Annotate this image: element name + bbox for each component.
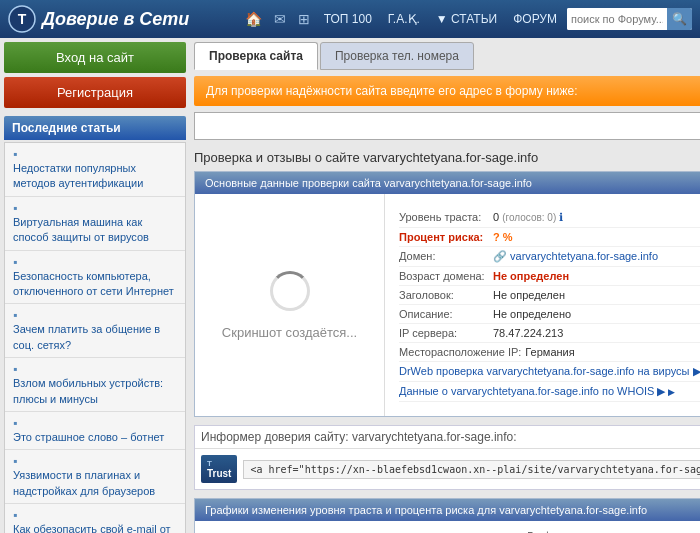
informer-section: Информер доверия сайту: varvarychtetyana…	[194, 425, 700, 490]
article-link[interactable]: Безопасность компьютера, отключенного от…	[13, 269, 177, 300]
list-item[interactable]: Недостатки популярных методов аутентифик…	[5, 143, 185, 197]
drweb-link[interactable]: DrWeb проверка varvarychtetyana.for-sage…	[399, 365, 700, 378]
percent-risk-value: ? %	[493, 231, 513, 243]
list-item[interactable]: Зачем платить за общение в соц. сетях?	[5, 304, 185, 358]
domain-row: Домен: 🔗 varvarychtetyana.for-sage.info	[399, 247, 700, 267]
info-panel: Уровень траста: 0 (голосов: 0) ℹ Процент…	[385, 194, 700, 416]
percent-risk-label: Процент риска:	[399, 231, 489, 243]
info-bar: Для проверки надёжности сайта введите ег…	[194, 76, 700, 106]
list-item[interactable]: Безопасность компьютера, отключенного от…	[5, 251, 185, 305]
drweb-link-row[interactable]: DrWeb проверка varvarychtetyana.for-sage…	[399, 362, 700, 382]
ip-label: IP сервера:	[399, 327, 489, 339]
recent-articles-title: Последние статьи	[4, 116, 186, 140]
informer-code[interactable]: <a href="https://xn--blaefebsd1cwaon.xn-…	[243, 460, 700, 479]
list-item[interactable]: Это страшное слово – ботнет	[5, 412, 185, 450]
list-item[interactable]: Уязвимости в плагинах и надстройках для …	[5, 450, 185, 504]
domain-label: Домен:	[399, 250, 489, 262]
percent-risk-row: Процент риска: ? %	[399, 228, 700, 247]
search-button[interactable]: 🔍	[667, 8, 692, 30]
header-value: Не определен	[493, 289, 565, 301]
trust-level-row: Уровень траста: 0 (голосов: 0) ℹ	[399, 208, 700, 228]
graph-content: График изменения уровня траста для varva…	[195, 521, 700, 533]
article-link[interactable]: Взлом мобильных устройств: плюсы и минус…	[13, 376, 177, 407]
logo-icon: Т	[8, 5, 36, 33]
article-link[interactable]: Зачем платить за общение в соц. сетях?	[13, 322, 177, 353]
header-label: Заголовок:	[399, 289, 489, 301]
logo-area: Т Доверие в Сети	[8, 5, 231, 33]
graph-title: Графики изменения уровня траста и процен…	[195, 499, 700, 521]
nav-links: 🏠 ✉ ⊞ ТОП 100 Г.А.Қ. ▼ СТАТЬИ ФОРУМ 🔍	[241, 8, 692, 30]
article-link[interactable]: Как обезопасить свой e-mail от взлома?	[13, 522, 177, 533]
location-row: Месторасположение IP: Германия	[399, 343, 700, 362]
article-link[interactable]: Недостатки популярных методов аутентифик…	[13, 161, 177, 192]
age-row: Возраст домена: Не определен	[399, 267, 700, 286]
home-icon[interactable]: 🏠	[241, 11, 266, 27]
article-link[interactable]: Уязвимости в плагинах и надстройках для …	[13, 468, 177, 499]
informer-logo: Т Trust	[201, 455, 237, 483]
screenshot-area: Скриншот создаётся...	[195, 194, 385, 416]
svg-text:Т: Т	[18, 11, 27, 27]
informer-title: Информер доверия сайту: varvarychtetyana…	[195, 426, 700, 449]
search-input[interactable]	[567, 8, 667, 30]
whois-link-row[interactable]: Данные о varvarychtetyana.for-sage.info …	[399, 382, 700, 402]
informer-content: Т Trust <a href="https://xn--blaefebsd1c…	[195, 449, 700, 489]
location-value: Германия	[525, 346, 574, 358]
url-input-area: ПРОВЕРКА САЙТА	[194, 112, 700, 140]
register-button[interactable]: Регистрация	[4, 77, 186, 108]
articles-list: Недостатки популярных методов аутентифик…	[4, 142, 186, 533]
tab-check-phone[interactable]: Проверка тел. номера	[320, 42, 474, 70]
info-table: Уровень траста: 0 (голосов: 0) ℹ Процент…	[391, 200, 700, 410]
email-icon[interactable]: ✉	[270, 11, 290, 27]
age-label: Возраст домена:	[399, 270, 489, 282]
loading-spinner	[270, 271, 310, 311]
articles-link[interactable]: ▼ СТАТЬИ	[430, 12, 503, 26]
domain-value: 🔗 varvarychtetyana.for-sage.info	[493, 250, 658, 263]
graph-section: Графики изменения уровня траста и процен…	[194, 498, 700, 533]
faq-link[interactable]: Г.А.Қ.	[382, 12, 426, 26]
article-link[interactable]: Это страшное слово – ботнет	[13, 430, 177, 445]
description-label: Описание:	[399, 308, 489, 320]
content-area: Проверка сайта Проверка тел. номера Для …	[190, 38, 700, 533]
search-box: 🔍	[567, 8, 692, 30]
trust-level-label: Уровень траста:	[399, 211, 489, 223]
top-navigation: Т Доверие в Сети 🏠 ✉ ⊞ ТОП 100 Г.А.Қ. ▼ …	[0, 0, 700, 38]
url-input[interactable]	[194, 112, 700, 140]
grid-icon[interactable]: ⊞	[294, 11, 314, 27]
tabs: Проверка сайта Проверка тел. номера	[194, 42, 700, 70]
list-item[interactable]: Как обезопасить свой e-mail от взлома?	[5, 504, 185, 533]
top100-link[interactable]: ТОП 100	[318, 12, 378, 26]
list-item[interactable]: Взлом мобильных устройств: плюсы и минус…	[5, 358, 185, 412]
description-row: Описание: Не определено	[399, 305, 700, 324]
result-label: Проверка и отзывы о сайте varvarychtetya…	[194, 150, 700, 165]
sidebar: Вход на сайт Регистрация Последние стать…	[0, 38, 190, 533]
header-row: Заголовок: Не определен	[399, 286, 700, 305]
site-title: Доверие в Сети	[42, 9, 189, 30]
data-box-title: Основные данные проверки сайта varvarych…	[195, 172, 700, 194]
list-item[interactable]: Виртуальная машина как способ защиты от …	[5, 197, 185, 251]
ip-row: IP сервера: 78.47.224.213	[399, 324, 700, 343]
description-value: Не определено	[493, 308, 571, 320]
data-box-content: Скриншот создаётся... Уровень траста: 0 …	[195, 194, 700, 416]
article-link[interactable]: Виртуальная машина как способ защиты от …	[13, 215, 177, 246]
trust-level-value: 0 (голосов: 0) ℹ	[493, 211, 563, 224]
trust-row: Уровень траста: 0 (голосов: 0) ℹ Процент…	[391, 200, 700, 410]
data-box: Основные данные проверки сайта varvarych…	[194, 171, 700, 417]
age-value: Не определен	[493, 270, 569, 282]
tab-check-site[interactable]: Проверка сайта	[194, 42, 318, 70]
main-layout: Вход на сайт Регистрация Последние стать…	[0, 38, 700, 533]
login-button[interactable]: Вход на сайт	[4, 42, 186, 73]
ip-value: 78.47.224.213	[493, 327, 563, 339]
whois-link[interactable]: Данные о varvarychtetyana.for-sage.info …	[399, 385, 675, 398]
screenshot-text: Скриншот создаётся...	[222, 325, 357, 340]
location-label: Месторасположение IP:	[399, 346, 521, 358]
forum-link[interactable]: ФОРУМ	[507, 12, 563, 26]
